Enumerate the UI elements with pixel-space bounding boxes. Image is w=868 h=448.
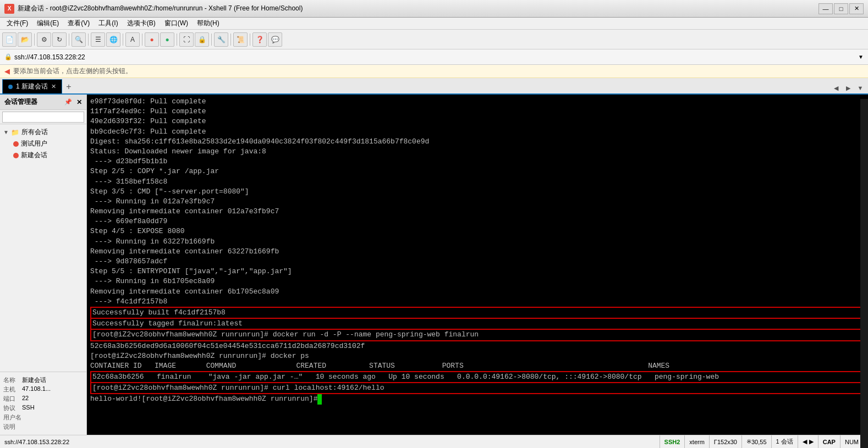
ssh-icon: 🔒 bbox=[4, 53, 12, 60]
menu-bar: 文件(F) 编辑(E) 查看(V) 工具(I) 选项卡(B) 窗口(W) 帮助(… bbox=[0, 18, 868, 30]
term-line-1: 11f7af24ed9c: Pull complete bbox=[90, 107, 865, 117]
globe-button[interactable]: 🌐 bbox=[106, 32, 120, 47]
close-button[interactable]: ✕ bbox=[849, 3, 864, 14]
tree-root-all-sessions[interactable]: ▼ 📁 所有会话 bbox=[0, 126, 86, 138]
term-line-0: e98f73de8f0d: Pull complete bbox=[90, 97, 865, 107]
menu-file[interactable]: 文件(F) bbox=[2, 18, 32, 29]
status-grid: Γ 152x30 bbox=[710, 435, 742, 448]
tree-root-label: 所有会话 bbox=[21, 128, 48, 137]
menu-edit[interactable]: 编辑(E) bbox=[32, 18, 63, 29]
term-line-2: 49e2d6393f32: Pull complete bbox=[90, 117, 865, 126]
status-cursor-icon: ※ bbox=[746, 438, 751, 445]
term-line-17: Step 5/5 : ENTRYPOINT ["java","-jar","ap… bbox=[90, 267, 865, 276]
status-cap: CAP bbox=[818, 435, 840, 448]
new-tab-button[interactable]: + bbox=[62, 80, 75, 93]
minimize-button[interactable]: — bbox=[818, 3, 833, 14]
zoom-button[interactable]: 🔍 bbox=[72, 32, 86, 47]
status-sessions: 1 会话 bbox=[772, 435, 798, 448]
term-line-29: hello-world![root@iZ2vc28obhvfham8wewhh0… bbox=[90, 394, 865, 404]
terminal[interactable]: e98f73de8f0d: Pull complete 11f7af24ed9c… bbox=[87, 95, 868, 435]
status-encoding: xterm bbox=[685, 435, 710, 448]
sidebar-header-buttons: 📌 ✕ bbox=[64, 98, 82, 106]
menu-window[interactable]: 窗口(W) bbox=[160, 18, 193, 29]
term-line-15: Removing intermediate container 63227b16… bbox=[90, 247, 865, 257]
status-sessions-text: 1 会话 bbox=[776, 438, 793, 446]
status-encoding-text: xterm bbox=[689, 439, 705, 445]
tab-next-button[interactable]: ▶ bbox=[843, 82, 854, 93]
info-row-protocol: 协议 SSH bbox=[3, 403, 83, 413]
toolbar-sep-9 bbox=[250, 34, 250, 46]
address-dropdown[interactable]: ▼ bbox=[858, 54, 864, 60]
help-button[interactable]: ❓ bbox=[252, 32, 267, 47]
expand-button[interactable]: ⛶ bbox=[179, 32, 194, 47]
status-protocol-text: SSH2 bbox=[664, 439, 680, 445]
new-session-button[interactable]: 📄 bbox=[2, 32, 17, 47]
term-line-4: Digest: sha256:c1ff613e8ba25833d2e1940da… bbox=[90, 137, 865, 147]
sidebar-tree: ▼ 📁 所有会话 测试用户 新建会话 bbox=[0, 124, 86, 372]
tab-bullet bbox=[8, 85, 13, 89]
status-next-button[interactable]: ▶ bbox=[809, 438, 814, 445]
info-bar: ◀ 要添加当前会话，点击左侧的箭头按钮。 bbox=[0, 65, 868, 78]
sidebar-item-test-user[interactable]: 测试用户 bbox=[0, 138, 86, 150]
term-line-25: [root@iZ2vc28obhvfham8wewhh0Z runrunrun]… bbox=[90, 351, 865, 361]
tool-button[interactable]: 🔧 bbox=[214, 32, 228, 47]
sidebar-close-button[interactable]: ✕ bbox=[76, 98, 82, 106]
info-row-user: 用户名 bbox=[3, 413, 83, 422]
term-line-12: ---> 669ef8a0dd79 bbox=[90, 217, 865, 226]
open-button[interactable]: 📂 bbox=[18, 32, 32, 47]
port-label: 端口 bbox=[3, 395, 20, 403]
term-line-8: ---> 3158bef158c8 bbox=[90, 177, 865, 187]
sidebar-title: 会话管理器 bbox=[4, 97, 37, 107]
host-value: 47.108.1... bbox=[22, 385, 51, 394]
session-dot-test bbox=[13, 141, 19, 147]
toolbar-sep-4 bbox=[123, 34, 123, 46]
tab-prev-button[interactable]: ◀ bbox=[831, 82, 842, 93]
window-title: 新建会话 - root@iZ2vc28obhvfham8wewhh0Z:/hom… bbox=[18, 4, 818, 13]
sidebar-search-input[interactable] bbox=[2, 112, 84, 123]
refresh-button[interactable]: ↻ bbox=[52, 32, 67, 47]
menu-tools[interactable]: 工具(I) bbox=[94, 18, 122, 29]
session-dot-new bbox=[13, 153, 19, 158]
menu-view[interactable]: 查看(V) bbox=[63, 18, 94, 29]
sidebar: 会话管理器 📌 ✕ ▼ 📁 所有会话 测试用户 新建会话 bbox=[0, 95, 87, 435]
tab-menu-button[interactable]: ▼ bbox=[855, 82, 866, 93]
host-label: 主机 bbox=[3, 385, 20, 394]
sidebar-item-new-session[interactable]: 新建会话 bbox=[0, 150, 86, 161]
sidebar-pin-button[interactable]: 📌 bbox=[64, 98, 72, 106]
folder-icon: 📁 bbox=[11, 129, 19, 136]
chat-button[interactable]: 💬 bbox=[268, 32, 282, 47]
status-num-text: NUM bbox=[845, 439, 859, 445]
tab-nav-buttons: ◀ ▶ ▼ bbox=[831, 82, 866, 93]
toolbar-sep-8 bbox=[230, 34, 231, 46]
term-line-13: Step 4/5 : EXPOSE 8080 bbox=[90, 226, 865, 236]
status-prev-button[interactable]: ◀ bbox=[803, 438, 807, 445]
info-row-port: 端口 22 bbox=[3, 394, 83, 403]
term-line-18: ---> Running in 6b1705ec8a09 bbox=[90, 276, 865, 286]
term-line-3: bb9cdec9c7f3: Pull complete bbox=[90, 127, 865, 137]
settings-button[interactable]: ☰ bbox=[91, 32, 105, 47]
toolbar-sep-2 bbox=[69, 34, 69, 46]
info-row-host: 主机 47.108.1... bbox=[3, 385, 83, 394]
maximize-button[interactable]: □ bbox=[834, 3, 848, 14]
protocol-value: SSH bbox=[22, 404, 35, 412]
red-button[interactable]: ● bbox=[145, 32, 159, 47]
tab-new-session[interactable]: 1 新建会话 ✕ bbox=[2, 79, 62, 93]
status-protocol: SSH2 bbox=[660, 435, 685, 448]
name-value: 新建会话 bbox=[22, 376, 46, 384]
menu-help[interactable]: 帮助(H) bbox=[193, 18, 224, 29]
font-button[interactable]: A bbox=[125, 32, 140, 47]
desc-label: 说明 bbox=[3, 423, 20, 431]
term-line-20: ---> f4c1df2157b8 bbox=[90, 297, 865, 307]
green-button[interactable]: ● bbox=[160, 32, 174, 47]
term-line-22: Successfully tagged finalrun:latest bbox=[90, 319, 865, 330]
title-bar: X 新建会话 - root@iZ2vc28obhvfham8wewhh0Z:/h… bbox=[0, 0, 868, 18]
tab-bar: 1 新建会话 ✕ + ◀ ▶ ▼ bbox=[0, 78, 868, 95]
term-line-16: ---> 9d878657adcf bbox=[90, 257, 865, 267]
menu-tabs[interactable]: 选项卡(B) bbox=[123, 18, 160, 29]
tab-close-button[interactable]: ✕ bbox=[51, 83, 56, 90]
port-value: 22 bbox=[22, 395, 29, 403]
lock-button[interactable]: 🔒 bbox=[195, 32, 209, 47]
script-button[interactable]: 📜 bbox=[233, 32, 248, 47]
term-line-19: Removing intermediate container 6b1705ec… bbox=[90, 287, 865, 297]
properties-button[interactable]: ⚙ bbox=[37, 32, 51, 47]
